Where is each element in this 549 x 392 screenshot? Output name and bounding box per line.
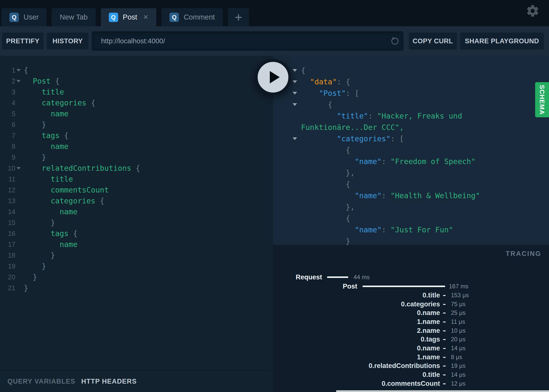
- response-line: "data": {: [301, 76, 480, 88]
- refresh-schema-icon[interactable]: [390, 36, 399, 46]
- tracing-bar: [327, 276, 348, 278]
- tab-user[interactable]: QUser: [1, 8, 47, 26]
- line-number: 1: [0, 65, 15, 76]
- bottom-scrollbar[interactable]: [336, 390, 549, 392]
- fold-arrow-icon[interactable]: [17, 80, 21, 82]
- line-number: 14: [0, 206, 15, 217]
- code-line: title: [24, 87, 140, 98]
- tracing-row: 0.tags20 μs: [273, 335, 549, 343]
- line-number: 16: [0, 228, 15, 239]
- tracing-row: 0.relatedContributions19 μs: [273, 362, 549, 370]
- line-number: 18: [0, 250, 15, 261]
- tracing-row: 0.name14 μs: [273, 344, 549, 352]
- line-number: 19: [0, 261, 15, 272]
- tab-new-tab[interactable]: New Tab: [52, 8, 95, 26]
- tracing-label: 0.tags: [421, 335, 440, 343]
- close-tab-icon[interactable]: ✕: [143, 13, 149, 21]
- line-number: 5: [0, 108, 15, 119]
- tracing-dash: [443, 339, 446, 340]
- share-playground-button[interactable]: SHARE PLAYGROUND: [460, 33, 544, 49]
- code-line: categories {: [24, 98, 140, 108]
- collapse-arrow-icon[interactable]: [293, 92, 297, 95]
- tracing-duration: 8 μs: [451, 353, 462, 361]
- play-icon: [270, 71, 280, 83]
- line-number: 7: [0, 130, 15, 141]
- tracing-dash: [443, 321, 446, 322]
- toolbar: PRETTIFY HISTORY http://localhost:4000/ …: [0, 26, 549, 56]
- code-line: }: [24, 119, 140, 130]
- tracing-label: 1.name: [417, 318, 440, 326]
- schema-side-tab[interactable]: SCHEMA: [535, 82, 549, 117]
- tab-post[interactable]: QPost✕: [101, 8, 157, 26]
- tab-label: Comment: [184, 13, 215, 21]
- response-line: "name": "Health & Wellbeing": [301, 190, 480, 201]
- code-line: categories {: [24, 196, 140, 206]
- tracing-label: 2.name: [417, 327, 440, 335]
- tab-comment[interactable]: QComment: [162, 8, 223, 26]
- tracing-label: 0.name: [417, 344, 440, 352]
- line-number: 6: [0, 119, 15, 130]
- tracing-row: 2.name10 μs: [273, 327, 549, 335]
- tracing-label: 0.categories: [401, 300, 440, 308]
- query-editor[interactable]: { Post { title categories { name } tags …: [24, 65, 140, 294]
- execute-query-button[interactable]: [255, 59, 291, 95]
- tab-label: New Tab: [60, 13, 87, 21]
- code-line: {: [24, 65, 140, 76]
- code-line: }: [24, 152, 140, 163]
- response-pane: { "data": { "Post": [ { "title": "Hacker…: [273, 56, 549, 392]
- fold-arrow-icon[interactable]: [17, 167, 21, 170]
- tracing-row: 1.name11 μs: [273, 318, 549, 326]
- code-line: tags {: [24, 228, 140, 239]
- line-number: 10: [0, 163, 15, 174]
- plus-icon: +: [235, 10, 242, 25]
- copy-curl-button[interactable]: COPY CURL: [409, 33, 457, 49]
- response-line: "title": "Hacker, Freaks und: [301, 110, 480, 122]
- collapse-arrow-icon[interactable]: [293, 69, 297, 72]
- collapse-arrow-icon[interactable]: [293, 80, 297, 83]
- tracing-label: 0.commentsCount: [382, 380, 440, 388]
- query-variables-tab[interactable]: QUERY VARIABLES: [7, 378, 75, 385]
- code-line: Post {: [24, 76, 140, 87]
- tracing-dash: [443, 313, 446, 314]
- graphql-playground-window: QUserNew TabQPost✕QComment + PRETTIFY HI…: [0, 0, 549, 392]
- response-line: {: [301, 99, 480, 110]
- tab-bar: QUserNew TabQPost✕QComment +: [0, 0, 549, 26]
- response-line: {: [301, 213, 480, 224]
- tab-label: Post: [123, 13, 137, 21]
- line-number: 11: [0, 174, 15, 185]
- collapse-arrow-icon[interactable]: [293, 137, 297, 140]
- tracing-row: Request44 ms: [273, 273, 549, 281]
- tracing-label: 0.relatedContributions: [369, 362, 440, 370]
- tab-list: QUserNew TabQPost✕QComment: [1, 8, 228, 26]
- fold-arrow-icon[interactable]: [17, 69, 21, 72]
- code-line: name: [24, 108, 140, 119]
- settings-gear-icon[interactable]: [526, 4, 540, 18]
- tracing-dash: [443, 295, 446, 296]
- tracing-row: 0.name25 μs: [273, 309, 549, 317]
- tracing-dash: [443, 304, 446, 305]
- tracing-duration: 153 μs: [451, 291, 469, 299]
- tracing-duration: 25 μs: [451, 309, 466, 317]
- collapse-arrow-icon[interactable]: [293, 103, 297, 106]
- tracing-row: Post167 ms: [273, 282, 549, 290]
- tracing-bar: [362, 286, 445, 287]
- endpoint-url-input[interactable]: http://localhost:4000/: [92, 31, 403, 51]
- line-number: 3: [0, 87, 15, 98]
- prettify-button[interactable]: PRETTIFY: [2, 33, 44, 49]
- code-line: name: [24, 206, 140, 217]
- new-tab-button[interactable]: +: [228, 8, 249, 26]
- tracing-duration: 75 μs: [451, 300, 466, 308]
- history-button[interactable]: HISTORY: [47, 33, 88, 49]
- schema-tab-label: SCHEMA: [538, 85, 546, 115]
- query-editor-pane[interactable]: 123456789101112131415161718192021 { Post…: [0, 56, 273, 392]
- code-line: commentsCount: [24, 185, 140, 196]
- endpoint-url-value: http://localhost:4000/: [92, 37, 165, 45]
- tracing-label: 0.name: [417, 309, 440, 317]
- http-headers-tab[interactable]: HTTP HEADERS: [81, 378, 137, 385]
- tracing-duration: 10 μs: [451, 327, 466, 335]
- line-number: 9: [0, 152, 15, 163]
- response-line: {: [301, 145, 480, 156]
- tracing-duration: 44 ms: [354, 273, 370, 281]
- tracing-duration: 19 μs: [451, 362, 466, 370]
- tracing-duration: 14 μs: [451, 344, 466, 352]
